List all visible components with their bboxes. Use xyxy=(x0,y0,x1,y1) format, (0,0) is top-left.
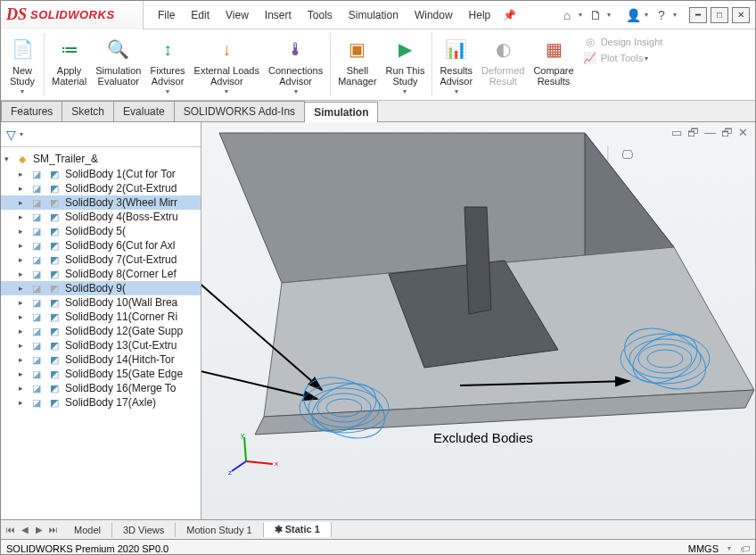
menu-view[interactable]: View xyxy=(218,5,256,25)
expand-icon[interactable]: ▸ xyxy=(19,198,26,207)
graphics-viewport[interactable]: ▭ 🗗 — 🗗 ✕ ⊕ 🔍 🔎 ◩ 🏠 ▦ ▣ ▤ │ ◯ │ ● ● │ 🖵 xyxy=(201,122,755,519)
document-icon[interactable]: 🗋 xyxy=(586,5,605,25)
restore-button[interactable]: □ xyxy=(711,7,728,23)
expand-icon[interactable]: ▸ xyxy=(19,369,26,378)
funnel-icon[interactable]: ▽ xyxy=(6,128,16,142)
simulation-evaluator-button[interactable]: 🔍 Simulation Evaluator xyxy=(92,33,144,88)
expand-icon[interactable]: ▸ xyxy=(19,212,26,221)
body-icon2: ◩ xyxy=(47,368,62,380)
expand-icon[interactable]: ▸ xyxy=(19,184,26,193)
expand-icon[interactable]: ▸ xyxy=(19,384,26,393)
minimize-button[interactable]: ━ xyxy=(689,7,707,23)
tree-item[interactable]: ▸◪◩SolidBody 14(Hitch-Tor xyxy=(1,352,201,367)
tree-item-label: SolidBody 13(Cut-Extru xyxy=(65,339,177,352)
bottom-tab-motion[interactable]: Motion Study 1 xyxy=(176,523,263,537)
tab-features[interactable]: Features xyxy=(1,101,62,121)
close-button[interactable]: ✕ xyxy=(732,7,750,23)
tree-item[interactable]: ▸◪◩SolidBody 9( xyxy=(1,281,201,295)
tree-item[interactable]: ▸◪◩SolidBody 6(Cut for Axl xyxy=(1,238,201,253)
pin-icon[interactable]: 📌 xyxy=(499,5,519,25)
tree-item[interactable]: ▸◪◩SolidBody 1(Cut for Tor xyxy=(1,167,201,181)
tab-simulation[interactable]: Simulation xyxy=(304,102,378,122)
user-icon[interactable]: 👤 xyxy=(623,5,643,25)
tree-item-label: SolidBody 14(Hitch-Tor xyxy=(65,353,175,366)
tree-item[interactable]: ▸◪◩SolidBody 16(Merge To xyxy=(1,381,201,395)
tree-item[interactable]: ▸◪◩SolidBody 12(Gate Supp xyxy=(1,324,201,338)
expand-icon[interactable]: ▸ xyxy=(19,227,26,236)
tree-root[interactable]: ▾ ◆ SM_Trailer_& xyxy=(1,151,201,167)
connections-advisor-button[interactable]: 🌡 Connections Advisor ▾ xyxy=(265,33,326,98)
tree-item-label: SolidBody 10(Wall Brea xyxy=(65,296,177,309)
results-advisor-button[interactable]: 📊 Results Advisor ▾ xyxy=(436,33,476,98)
tab-sketch[interactable]: Sketch xyxy=(62,101,114,121)
menu-insert[interactable]: Insert xyxy=(258,5,299,25)
shell-manager-button[interactable]: ▣ Shell Manager xyxy=(334,33,380,88)
tab-addins[interactable]: SOLIDWORKS Add-Ins xyxy=(174,101,305,121)
tab-evaluate[interactable]: Evaluate xyxy=(113,101,175,121)
tree-item[interactable]: ▸◪◩SolidBody 17(Axle) xyxy=(1,395,201,410)
body-icon: ◪ xyxy=(29,311,44,323)
expand-icon[interactable]: ▸ xyxy=(19,241,26,250)
expand-icon[interactable]: ▸ xyxy=(19,355,26,364)
tree-item[interactable]: ▸◪◩SolidBody 11(Corner Ri xyxy=(1,310,201,324)
new-study-button[interactable]: 📄 New Study ▾ xyxy=(4,33,40,98)
body-icon2: ◩ xyxy=(47,353,62,366)
tree-item[interactable]: ▸◪◩SolidBody 4(Boss-Extru xyxy=(1,210,201,224)
body-icon: ◪ xyxy=(29,168,44,180)
tab-next-icon[interactable]: ▶ xyxy=(33,525,45,534)
app-logo: DS SOLIDWORKS xyxy=(1,1,144,29)
tab-prev-icon[interactable]: ◀ xyxy=(19,525,31,534)
menu-simulation[interactable]: Simulation xyxy=(341,5,406,25)
home-icon[interactable]: ⌂ xyxy=(557,5,577,25)
expand-icon[interactable]: ▸ xyxy=(19,298,26,307)
expand-icon[interactable]: ▸ xyxy=(19,255,26,264)
status-tag-icon[interactable]: 🏷 xyxy=(740,543,750,554)
tab-first-icon[interactable]: ⏮ xyxy=(4,525,17,534)
tree-item[interactable]: ▸◪◩SolidBody 8(Corner Lef xyxy=(1,267,201,281)
tree-item[interactable]: ▸◪◩SolidBody 15(Gate Edge xyxy=(1,367,201,381)
external-loads-button[interactable]: ↓ External Loads Advisor ▾ xyxy=(191,33,263,98)
menu-tools[interactable]: Tools xyxy=(300,5,340,25)
svg-text:z: z xyxy=(228,468,232,475)
tree-item[interactable]: ▸◪◩SolidBody 5( xyxy=(1,224,201,238)
body-icon2: ◩ xyxy=(47,339,62,352)
tree-item[interactable]: ▸◪◩SolidBody 13(Cut-Extru xyxy=(1,338,201,352)
body-icon: ◪ xyxy=(29,211,44,223)
tree-item[interactable]: ▸◪◩SolidBody 3(Wheel Mirr xyxy=(1,195,201,210)
view-triad: x y z xyxy=(228,430,282,475)
svg-line-21 xyxy=(246,461,273,464)
apply-material-button[interactable]: ≔ Apply Material xyxy=(48,33,90,88)
tree-item[interactable]: ▸◪◩SolidBody 2(Cut-Extrud xyxy=(1,181,201,195)
tab-last-icon[interactable]: ⏭ xyxy=(47,525,60,534)
sim-eval-icon: 🔍 xyxy=(104,35,133,63)
expand-icon[interactable]: ▸ xyxy=(19,341,26,350)
bottom-tab-3dviews[interactable]: 3D Views xyxy=(112,523,176,537)
expand-icon[interactable]: ▸ xyxy=(19,170,26,178)
body-icon2: ◩ xyxy=(47,225,62,237)
fixtures-advisor-button[interactable]: ↕ Fixtures Advisor ▾ xyxy=(146,33,188,98)
body-icon2: ◩ xyxy=(47,282,62,294)
design-insight-icon: ◎ xyxy=(583,35,597,49)
menu-help[interactable]: Help xyxy=(462,5,498,25)
tree-item-label: SolidBody 3(Wheel Mirr xyxy=(65,196,177,209)
tree-item-label: SolidBody 1(Cut for Tor xyxy=(65,168,176,180)
expand-icon[interactable]: ▸ xyxy=(19,398,26,407)
bottom-tab-static1[interactable]: ✱ Static 1 xyxy=(264,522,332,537)
tree-item[interactable]: ▸◪◩SolidBody 10(Wall Brea xyxy=(1,295,201,310)
help-icon[interactable]: ? xyxy=(652,5,671,25)
menu-edit[interactable]: Edit xyxy=(184,5,217,25)
expand-icon[interactable]: ▾ xyxy=(4,154,12,163)
units-label[interactable]: MMGS xyxy=(688,543,719,554)
expand-icon[interactable]: ▸ xyxy=(19,284,26,293)
body-icon2: ◩ xyxy=(47,325,62,337)
expand-icon[interactable]: ▸ xyxy=(19,269,26,278)
expand-icon[interactable]: ▸ xyxy=(19,327,26,335)
body-icon: ◪ xyxy=(29,325,44,337)
compare-results-button[interactable]: ▦ Compare Results xyxy=(530,33,577,88)
run-study-button[interactable]: ▶ Run This Study ▾ xyxy=(382,33,429,98)
expand-icon[interactable]: ▸ xyxy=(19,312,26,321)
bottom-tab-model[interactable]: Model xyxy=(63,523,112,537)
tree-item[interactable]: ▸◪◩SolidBody 7(Cut-Extrud xyxy=(1,253,201,267)
menu-file[interactable]: File xyxy=(151,5,182,25)
menu-window[interactable]: Window xyxy=(407,5,460,25)
